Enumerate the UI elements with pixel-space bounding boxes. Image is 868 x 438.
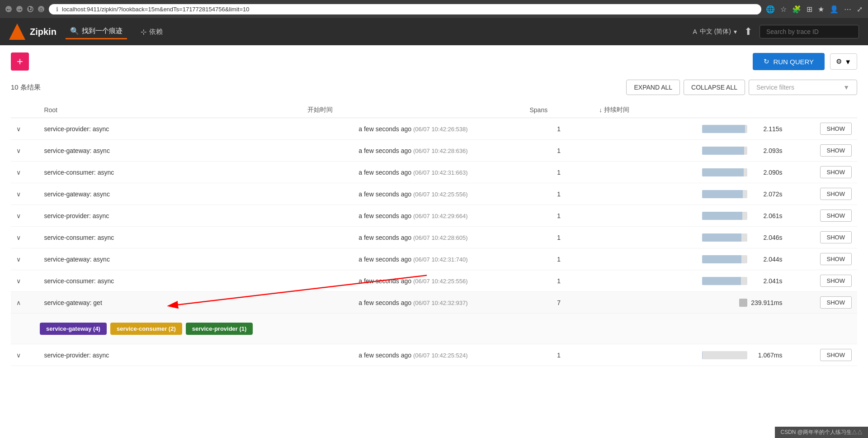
expand-col[interactable]: ∨ (11, 118, 38, 140)
root-cell: service-gateway: async (38, 183, 302, 205)
upload-button[interactable]: ⬆ (744, 26, 752, 38)
browser-puzzle-icon[interactable]: 🧩 (792, 5, 801, 14)
timestamp: (06/07 10:42:31:740) (413, 256, 468, 263)
chevron-icon[interactable]: ∨ (16, 147, 21, 154)
spans-cell: 1 (524, 118, 593, 140)
browser-bookmark-icon[interactable]: ★ (818, 5, 824, 14)
show-button[interactable]: SHOW (820, 349, 852, 361)
th-duration[interactable]: ↓ 持续时间 (594, 102, 788, 118)
expand-col[interactable]: ∨ (11, 183, 38, 205)
action-cell: SHOW (788, 344, 857, 366)
root-cell: service-gateway: get (38, 292, 302, 314)
browser-tab-icon[interactable]: ⊞ (807, 5, 812, 14)
th-start-time: 开始时间 (302, 102, 524, 118)
spans-cell: 1 (524, 162, 593, 183)
chevron-icon[interactable]: ∨ (16, 169, 21, 176)
browser-forward[interactable]: → (16, 6, 23, 12)
expand-col[interactable]: ∨ (11, 344, 38, 366)
browser-home[interactable]: ⌂ (38, 6, 44, 12)
settings-arrow-icon: ▼ (844, 58, 851, 66)
search-trace-input[interactable] (760, 25, 859, 38)
browser-ext-icon[interactable]: 🌐 (766, 5, 775, 14)
chevron-icon[interactable]: ∨ (16, 277, 21, 285)
expand-col[interactable]: ∨ (11, 248, 38, 270)
th-spans-label: Spans (529, 106, 547, 114)
timestamp: (06/07 10:42:25:556) (413, 278, 468, 285)
show-button[interactable]: SHOW (820, 275, 852, 287)
table-header-row: Root 开始时间 Spans ↓ 持续时间 (11, 102, 857, 118)
expand-all-button[interactable]: EXPAND ALL (626, 80, 680, 95)
trace-table-wrapper: Root 开始时间 Spans ↓ 持续时间 (11, 102, 857, 366)
show-button[interactable]: SHOW (820, 123, 852, 135)
chevron-icon[interactable]: ∨ (16, 352, 21, 359)
time-cell: a few seconds ago (06/07 10:42:25:556) (302, 183, 524, 205)
show-button[interactable]: SHOW (820, 166, 852, 178)
th-root: Root (38, 102, 302, 118)
show-button[interactable]: SHOW (820, 144, 852, 157)
service-filter-arrow-icon: ▼ (843, 84, 849, 91)
settings-button[interactable]: ⚙ ▼ (830, 53, 857, 70)
time-cell: a few seconds ago (06/07 10:42:29:664) (302, 205, 524, 227)
th-start-time-label: 开始时间 (307, 106, 333, 113)
expand-col[interactable]: ∨ (11, 140, 38, 162)
expand-col[interactable]: ∨ (11, 270, 38, 292)
th-action (788, 102, 857, 118)
zipkin-logo-icon (9, 24, 25, 40)
expand-col[interactable]: ∨ (11, 227, 38, 248)
browser-refresh[interactable]: ↻ (27, 6, 33, 12)
nav-deps[interactable]: ⊹ 依赖 (136, 25, 167, 39)
service-filter-dropdown[interactable]: Service filters ▼ (749, 80, 857, 95)
action-cell: SHOW (788, 162, 857, 183)
browser-menu-icon[interactable]: ⋯ (844, 5, 851, 14)
collapse-all-button[interactable]: COLLAPSE ALL (684, 80, 745, 95)
chevron-icon[interactable]: ∨ (16, 212, 21, 219)
timestamp: (06/07 10:42:25:556) (413, 191, 468, 198)
run-query-label: RUN QUERY (773, 58, 814, 66)
service-tag[interactable]: service-gateway (4) (40, 323, 107, 335)
timestamp: (06/07 10:42:26:538) (413, 126, 468, 133)
show-button[interactable]: SHOW (820, 253, 852, 265)
action-cell: SHOW (788, 248, 857, 270)
gear-icon: ⚙ (836, 57, 842, 66)
table-row: ∨ service-consumer: async a few seconds … (11, 227, 857, 248)
chevron-icon[interactable]: ∨ (16, 190, 21, 198)
nav-find-trace[interactable]: 🔍 找到一个痕迹 (66, 24, 127, 39)
th-expand (11, 102, 38, 118)
sort-duration-icon: ↓ (599, 106, 602, 114)
expand-col[interactable]: ∨ (11, 205, 38, 227)
browser-star-icon[interactable]: ☆ (780, 5, 787, 14)
nav-find-label: 找到一个痕迹 (82, 27, 123, 35)
show-button[interactable]: SHOW (820, 296, 852, 309)
action-cell: SHOW (788, 227, 857, 248)
show-button[interactable]: SHOW (820, 231, 852, 243)
root-cell: service-provider: async (38, 205, 302, 227)
browser-profile-icon[interactable]: 👤 (830, 5, 839, 14)
spans-cell: 1 (524, 248, 593, 270)
time-cell: a few seconds ago (06/07 10:42:31:663) (302, 162, 524, 183)
logo-container: Zipkin (9, 24, 57, 40)
service-tag[interactable]: service-consumer (2) (110, 323, 182, 335)
table-row: ∨ service-consumer: async a few seconds … (11, 270, 857, 292)
add-button[interactable]: + (11, 52, 29, 71)
chevron-icon[interactable]: ∨ (16, 256, 21, 263)
run-query-button[interactable]: ↻ RUN QUERY (753, 53, 825, 70)
chevron-icon[interactable]: ∨ (16, 234, 21, 241)
browser-url-bar[interactable]: ℹ localhost:9411/zipkin/?lookback=15m&en… (49, 4, 761, 14)
chevron-icon[interactable]: ∧ (16, 299, 21, 306)
expand-col[interactable]: ∧ (11, 292, 38, 314)
action-cell: SHOW (788, 140, 857, 162)
show-button[interactable]: SHOW (820, 209, 852, 222)
expand-col[interactable]: ∨ (11, 162, 38, 183)
root-cell: service-gateway: async (38, 248, 302, 270)
spans-cell: 1 (524, 205, 593, 227)
header-right: A 中文 (简体) ▾ ⬆ (693, 25, 859, 38)
logo-text: Zipkin (30, 27, 57, 37)
duration-cell: 1.067ms (594, 344, 788, 366)
chevron-icon[interactable]: ∨ (16, 125, 21, 133)
service-tag[interactable]: service-provider (1) (186, 323, 253, 335)
show-button[interactable]: SHOW (820, 188, 852, 200)
browser-maximize-icon[interactable]: ⤢ (857, 5, 863, 14)
browser-back[interactable]: ← (5, 6, 12, 12)
language-selector[interactable]: A 中文 (简体) ▾ (693, 28, 737, 36)
duration-value: 2.041s (751, 277, 783, 285)
